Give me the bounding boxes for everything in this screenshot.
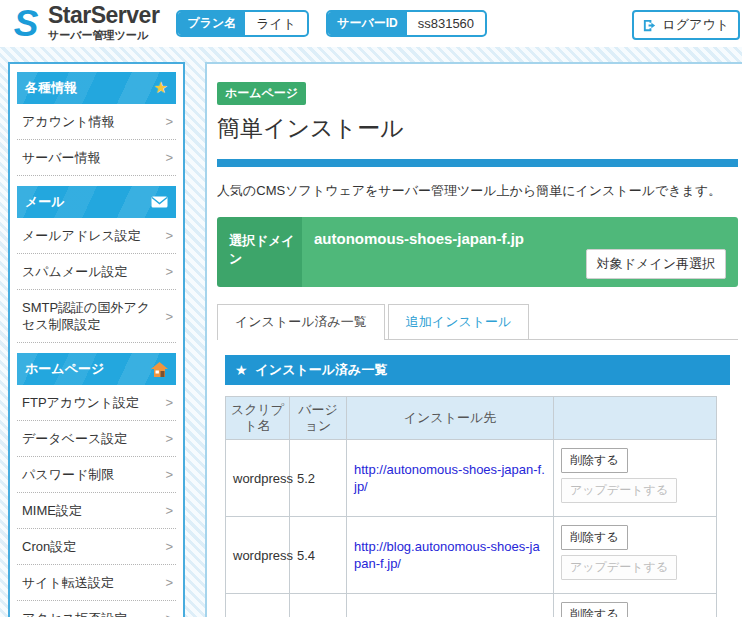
sidebar-item[interactable]: スパムメール設定> xyxy=(17,254,176,290)
actions-cell: 削除するアップデートする xyxy=(554,517,717,594)
server-id-value: ss831560 xyxy=(407,12,485,35)
delete-button[interactable]: 削除する xyxy=(561,525,628,550)
sidebar-item[interactable]: パスワード制限> xyxy=(17,457,176,493)
sidebar-item[interactable]: データベース設定> xyxy=(17,421,176,457)
sidebar-item[interactable]: サイト転送設定> xyxy=(17,565,176,601)
logo-title: StarServer xyxy=(48,4,159,27)
page: S ★ StarServer サーバー管理ツール プラン名 ライト サーバーID… xyxy=(0,0,742,617)
chevron-right-icon: > xyxy=(165,538,173,555)
installed-table: スクリプト名 バージョン インストール先 wordpress5.2http://… xyxy=(225,396,717,617)
main-panel: ホームページ 簡単インストール 人気のCMSソフトウェアをサーバー管理ツール上か… xyxy=(205,62,742,617)
chevron-right-icon: > xyxy=(165,149,173,166)
logout-label: ログアウト xyxy=(662,16,729,34)
sidebar-items-homepage: FTPアカウント設定>データベース設定>パスワード制限>MIME設定>Cron設… xyxy=(17,385,176,617)
actions-cell: 削除するアップデートする xyxy=(554,440,717,517)
sidebar-section-header-mail: メール xyxy=(17,186,176,218)
install-target-cell: http://autonomous-shoes-japan-f.jp/ xyxy=(347,594,554,617)
install-target-cell: http://autonomous-shoes-japan-f.jp/ xyxy=(347,440,554,517)
sidebar-section-info: 各種情報 ★ アカウント情報>サーバー情報> xyxy=(17,72,176,176)
sidebar-item[interactable]: SMTP認証の国外アクセス制限設定> xyxy=(17,290,176,343)
column-version: バージョン xyxy=(290,397,347,440)
plan-badge: プラン名 ライト xyxy=(176,10,309,37)
server-id-label: サーバーID xyxy=(328,12,407,35)
script-name-cell: wordpress xyxy=(226,594,290,617)
sidebar-items-mail: メールアドレス設定>スパムメール設定>SMTP認証の国外アクセス制限設定> xyxy=(17,218,176,343)
star-icon: ★ xyxy=(154,80,168,96)
content-area: 各種情報 ★ アカウント情報>サーバー情報> メール メールアドレス設定>スパム… xyxy=(0,47,742,617)
column-install-target: インストール先 xyxy=(347,397,554,440)
column-actions xyxy=(554,397,717,440)
sidebar-item[interactable]: アカウント情報> xyxy=(17,104,176,140)
sidebar-item[interactable]: FTPアカウント設定> xyxy=(17,385,176,421)
chevron-right-icon: > xyxy=(165,610,173,617)
update-button[interactable]: アップデートする xyxy=(561,478,677,503)
script-name-cell: wordpress xyxy=(226,517,290,594)
section-title: 各種情報 xyxy=(25,79,77,97)
sidebar-item-label: パスワード制限 xyxy=(22,466,114,483)
plan-label: プラン名 xyxy=(178,12,245,35)
version-cell: 5.4 xyxy=(290,594,347,617)
chevron-right-icon: > xyxy=(165,394,173,411)
table-row: wordpress5.4http://autonomous-shoes-japa… xyxy=(226,594,717,617)
home-icon xyxy=(151,362,168,377)
chevron-right-icon: > xyxy=(165,308,173,325)
install-url-link[interactable]: http://autonomous-shoes-japan-f.jp/ xyxy=(354,462,545,494)
column-script-name: スクリプト名 xyxy=(226,397,290,440)
table-header-row: スクリプト名 バージョン インストール先 xyxy=(226,397,717,440)
selected-domain-value: autonomous-shoes-japan-f.jp xyxy=(314,230,726,247)
page-title: 簡単インストール xyxy=(217,113,740,144)
sidebar-item-label: データベース設定 xyxy=(22,430,127,447)
sidebar-item-label: アカウント情報 xyxy=(22,113,115,130)
reselect-domain-button[interactable]: 対象ドメイン再選択 xyxy=(586,249,726,279)
sidebar-item-label: サイト転送設定 xyxy=(22,574,114,591)
version-cell: 5.2 xyxy=(290,440,347,517)
installed-list-panel: ★ インストール済み一覧 スクリプト名 バージョン インストール先 xyxy=(215,340,740,617)
section-title: ホームページ xyxy=(25,360,104,378)
install-target-cell: http://blog.autonomous-shoes-japan-f.jp/ xyxy=(347,517,554,594)
tabs: インストール済み一覧 追加インストール xyxy=(217,304,738,340)
install-url-link[interactable]: http://blog.autonomous-shoes-japan-f.jp/ xyxy=(354,539,540,571)
sidebar-item-label: Cron設定 xyxy=(22,538,76,555)
sidebar-item[interactable]: サーバー情報> xyxy=(17,140,176,176)
logo: S ★ StarServer サーバー管理ツール xyxy=(10,4,159,44)
version-cell: 5.4 xyxy=(290,517,347,594)
sidebar: 各種情報 ★ アカウント情報>サーバー情報> メール メールアドレス設定>スパム… xyxy=(8,62,185,617)
sidebar-section-homepage: ホームページ FTPアカウント設定>データベース設定>パスワード制限>MIME設… xyxy=(17,353,176,617)
sidebar-section-mail: メール メールアドレス設定>スパムメール設定>SMTP認証の国外アクセス制限設定… xyxy=(17,186,176,343)
sidebar-item-label: メールアドレス設定 xyxy=(22,227,141,244)
actions-cell: 削除するアップデートする xyxy=(554,594,717,617)
installed-list-title: インストール済み一覧 xyxy=(256,361,388,379)
table-row: wordpress5.2http://autonomous-shoes-japa… xyxy=(226,440,717,517)
sidebar-items-info: アカウント情報>サーバー情報> xyxy=(17,104,176,176)
title-divider xyxy=(217,159,738,167)
chevron-right-icon: > xyxy=(165,502,173,519)
sidebar-item-label: サーバー情報 xyxy=(22,149,101,166)
sidebar-item[interactable]: メールアドレス設定> xyxy=(17,218,176,254)
sidebar-item-label: FTPアカウント設定 xyxy=(22,394,139,411)
delete-button[interactable]: 削除する xyxy=(561,448,628,473)
sidebar-item[interactable]: アクセス拒否設定> xyxy=(17,601,176,617)
sidebar-section-header-info: 各種情報 ★ xyxy=(17,72,176,104)
sidebar-item[interactable]: Cron設定> xyxy=(17,529,176,565)
logout-icon xyxy=(642,18,657,33)
chevron-right-icon: > xyxy=(165,466,173,483)
tab-add-install[interactable]: 追加インストール xyxy=(388,304,530,339)
chevron-right-icon: > xyxy=(165,430,173,447)
mail-icon xyxy=(151,196,168,208)
sidebar-item-label: MIME設定 xyxy=(22,502,82,519)
sidebar-item-label: SMTP認証の国外アクセス制限設定 xyxy=(22,299,161,333)
sidebar-item[interactable]: MIME設定> xyxy=(17,493,176,529)
sidebar-item-label: スパムメール設定 xyxy=(22,263,128,280)
domain-panel: 選択ドメイン autonomous-shoes-japan-f.jp 対象ドメイ… xyxy=(217,217,738,287)
logo-star-icon: ★ xyxy=(10,30,18,40)
update-button[interactable]: アップデートする xyxy=(561,555,677,580)
category-badge: ホームページ xyxy=(217,82,306,105)
delete-button[interactable]: 削除する xyxy=(561,602,628,617)
tab-installed-list[interactable]: インストール済み一覧 xyxy=(217,304,385,340)
logout-button[interactable]: ログアウト xyxy=(632,10,740,40)
star-icon: ★ xyxy=(235,363,248,377)
sidebar-section-header-homepage: ホームページ xyxy=(17,353,176,385)
chevron-right-icon: > xyxy=(165,263,173,280)
server-id-badge: サーバーID ss831560 xyxy=(326,10,487,37)
sidebar-item-label: アクセス拒否設定 xyxy=(22,610,127,617)
